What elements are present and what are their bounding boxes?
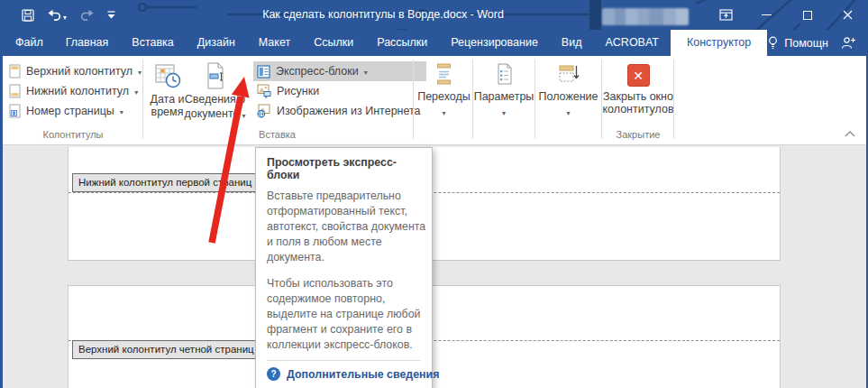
quick-parts-button[interactable]: Экспресс-блоки: [253, 61, 426, 81]
date-time-button[interactable]: Дата и время: [146, 58, 188, 118]
position-label: Положение: [538, 90, 598, 103]
close-header-footer-icon: [627, 64, 650, 87]
tooltip-text-line: коллекции экспресс-блоков.: [267, 337, 421, 353]
dropdown-arrow-icon: [566, 106, 570, 118]
collapse-ribbon-button[interactable]: [845, 131, 855, 137]
group-close: Закрыть окно колонтитулов Закрытие: [605, 56, 672, 144]
dropdown-arrow-icon: [63, 7, 67, 23]
group-insert: Дата и время Сведения о документе: [144, 56, 410, 144]
pictures-button[interactable]: Рисунки: [253, 81, 426, 101]
tell-me-more-label: Дополнительные сведения: [287, 368, 439, 381]
document-info-label-2: документе: [185, 107, 240, 120]
lightbulb-icon: [767, 36, 779, 50]
ribbon-display-options-button[interactable]: [706, 0, 746, 30]
quick-access-toolbar: [22, 0, 115, 30]
help-circle-icon: [267, 367, 280, 381]
online-pictures-label: Изображения из Интернета: [277, 105, 421, 117]
page-number-button[interactable]: Номер страницы: [5, 101, 147, 121]
navigation-label: Переходы: [417, 90, 471, 103]
online-pictures-icon: [257, 104, 271, 118]
header-button[interactable]: Верхний колонтитул: [5, 61, 147, 81]
window-left-border: [0, 56, 3, 388]
document-info-button[interactable]: Сведения о документе: [190, 58, 240, 121]
options-button[interactable]: Параметры: [475, 58, 533, 118]
page-number-icon: [9, 104, 21, 118]
document-area[interactable]: Нижний колонтитул первой страниц Верхний…: [0, 145, 868, 388]
tab-references[interactable]: Ссылки: [302, 30, 365, 56]
tell-me-more-link[interactable]: Дополнительные сведения: [267, 367, 421, 381]
document-info-icon: [205, 62, 226, 89]
document-info-label-1: Сведения о: [185, 93, 246, 106]
date-time-icon: [154, 62, 181, 89]
online-pictures-button[interactable]: Изображения из Интернета: [253, 101, 426, 121]
close-button[interactable]: [827, 0, 868, 30]
tab-acrobat[interactable]: ACROBAT: [593, 30, 671, 56]
tooltip-text-line: документа.: [267, 250, 421, 265]
tooltip-text-line: фрагмент и сохраните его в: [267, 322, 421, 337]
share-icon[interactable]: [841, 36, 856, 50]
customize-qat-button[interactable]: [107, 11, 115, 19]
word-window: Как сделать колонтитулы в Ворде.docx - W…: [0, 0, 868, 388]
options-label: Параметры: [474, 90, 535, 103]
header-button-label: Верхний колонтитул: [26, 65, 132, 78]
tab-review[interactable]: Рецензирование: [439, 30, 550, 56]
quick-parts-tooltip: Просмотреть экспресс-блоки Вставьте пред…: [255, 147, 433, 388]
tab-view[interactable]: Вид: [550, 30, 594, 56]
pictures-icon: [257, 84, 271, 98]
undo-button[interactable]: [48, 7, 67, 23]
date-time-label-1: Дата и: [150, 93, 184, 106]
close-header-footer-button[interactable]: Закрыть окно колонтитулов: [605, 58, 672, 115]
ribbon-tabs: Файл Главная Вставка Дизайн Макет Ссылки…: [0, 30, 868, 56]
date-time-label-2: время: [151, 106, 184, 118]
window-controls: [706, 0, 868, 30]
tab-insert[interactable]: Вставка: [120, 30, 185, 56]
tab-header-footer-design-active[interactable]: Конструктор: [671, 30, 767, 56]
save-icon[interactable]: [22, 9, 34, 22]
pictures-label: Рисунки: [277, 85, 319, 97]
tooltip-text-line: содержимое повторно,: [267, 291, 421, 307]
tab-design[interactable]: Дизайн: [186, 30, 247, 56]
tooltip-text-line: выделите на странице любой: [267, 307, 421, 322]
options-icon: [496, 63, 513, 85]
group-label-insert: Вставка: [144, 129, 410, 140]
position-icon: [558, 63, 580, 85]
tooltip-text-line: автотекст, свойства документа: [267, 219, 421, 235]
position-button[interactable]: Положение: [537, 58, 599, 118]
dropdown-arrow-icon: [502, 106, 506, 118]
group-label-close: Закрытие: [605, 129, 672, 140]
close-header-footer-label-2: колонтитулов: [602, 103, 673, 115]
close-header-footer-label-1: Закрыть окно: [603, 90, 673, 103]
dropdown-arrow-icon: [138, 65, 142, 78]
account-name-blurred: [602, 8, 689, 25]
window-title: Как сделать колонтитулы в Ворде.docx - W…: [230, 0, 536, 30]
dropdown-arrow-icon: [120, 105, 123, 117]
redo-button[interactable]: [80, 9, 94, 21]
maximize-button[interactable]: [787, 0, 827, 30]
help-label: Помощн: [784, 37, 828, 50]
tooltip-title: Просмотреть экспресс-блоки: [267, 156, 421, 181]
footer-page-icon: [9, 84, 21, 98]
group-label-header-footer: Колонтитулы: [5, 129, 141, 140]
tooltip-text-line: и поля в любом месте: [267, 235, 421, 250]
tab-home[interactable]: Главная: [54, 30, 121, 56]
navigation-button[interactable]: Переходы: [416, 58, 471, 118]
ribbon: Верхний колонтитул Нижний колонтитул: [0, 56, 868, 145]
tab-layout[interactable]: Макет: [247, 30, 302, 56]
quick-parts-icon: [257, 65, 270, 79]
tell-me-help[interactable]: Помощн: [767, 36, 828, 50]
quick-parts-label: Экспресс-блоки: [276, 65, 359, 78]
tab-file[interactable]: Файл: [5, 30, 54, 56]
title-bar: Как сделать колонтитулы в Ворде.docx - W…: [0, 0, 868, 30]
minimize-button[interactable]: [746, 0, 787, 30]
tooltip-text-line: отформатированный текст,: [267, 204, 421, 219]
page-number-button-label: Номер страницы: [26, 105, 114, 117]
dropdown-arrow-icon: [242, 108, 245, 121]
tab-mailings[interactable]: Рассылки: [365, 30, 439, 56]
dropdown-arrow-icon: [442, 106, 445, 118]
header-page-icon: [9, 64, 21, 79]
tooltip-text-line: Вставьте предварительно: [267, 189, 421, 204]
group-header-footer: Верхний колонтитул Нижний колонтитул: [5, 56, 141, 144]
footer-button[interactable]: Нижний колонтитул: [5, 81, 147, 101]
navigation-icon: [435, 63, 452, 85]
tooltip-text-line: Чтобы использовать это: [267, 276, 421, 291]
